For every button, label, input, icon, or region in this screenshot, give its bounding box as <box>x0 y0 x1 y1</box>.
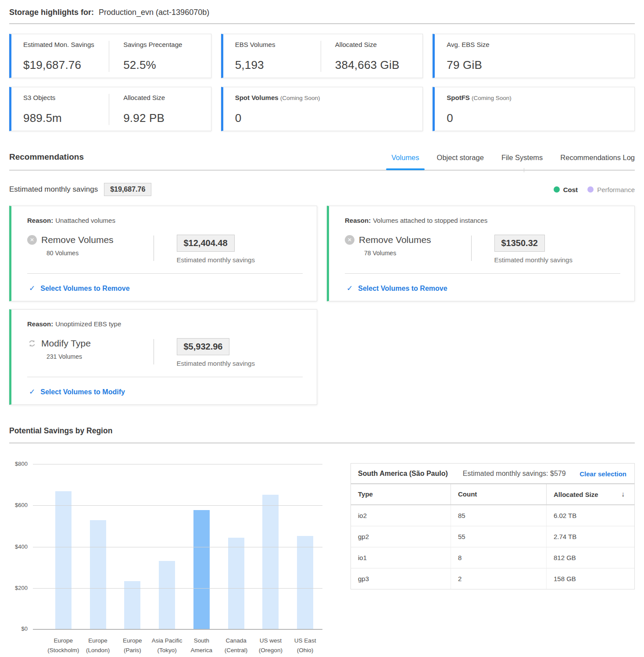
remove-circle-icon: ✕ <box>27 235 37 245</box>
action-title: Remove Volumes <box>41 235 114 245</box>
volume-count: 80 Volumes <box>47 250 154 257</box>
card-rule <box>27 273 303 274</box>
stat-label: Avg. EBS Size <box>447 41 626 48</box>
recommendations-tabs: Volumes Object storage File Systems Reco… <box>391 154 635 170</box>
gridline-0: $0 <box>33 629 322 630</box>
stat-card-ebs-volumes: EBS Volumes 5,193 Allocated Size 384,663… <box>221 34 423 78</box>
gridline-400: $400 <box>33 547 322 547</box>
table-header-row: Type Count Allocated Size ↓ <box>351 484 634 505</box>
savings-amount-badge: $1350.32 <box>494 235 545 252</box>
stat-label: Allocated Size <box>123 94 202 101</box>
reason-line: Reason:Unattached volumes <box>27 217 303 224</box>
legend: Cost Performance <box>554 186 635 193</box>
table-row[interactable]: gp2 55 2.74 TB <box>351 526 634 547</box>
table-region-title: South America (São Paulo) <box>358 470 448 478</box>
check-icon: ✓ <box>29 387 35 396</box>
stat-label: EBS Volumes <box>235 41 321 48</box>
coming-soon-label: (Coming Soon) <box>472 95 512 101</box>
xlabel-4: South America(São Paulo) <box>184 636 219 657</box>
bar-europe-london-[interactable] <box>90 520 106 630</box>
xlabel-0: Europe(Stockholm) <box>46 636 81 657</box>
stat-value: 384,663 GiB <box>335 58 414 72</box>
savings-summary-row: Estimated monthly savings $19,687.76 Cos… <box>9 183 635 196</box>
title-divider <box>9 23 635 24</box>
column-header-allocated-size[interactable]: Allocated Size ↓ <box>546 484 634 504</box>
column-header-type[interactable]: Type <box>351 484 451 504</box>
tab-file-systems[interactable]: File Systems <box>501 154 543 170</box>
account-name: Production_evn (act-1396070b) <box>99 8 209 17</box>
stat-card-s3-objects: S3 Objects 989.5m Allocated Size 9.92 PB <box>9 87 211 131</box>
chart-heading: Potential Savings by Region <box>9 426 635 436</box>
recommendation-cards: Reason:Unattached volumes ✕ Remove Volum… <box>9 206 635 405</box>
stat-label: Allocated Size <box>335 41 414 48</box>
action-title: Modify Type <box>41 338 91 349</box>
stat-label: Savings Precentage <box>123 41 202 48</box>
page-title: Storage highlights for: Production_evn (… <box>9 8 635 17</box>
ytick-label: $200 <box>15 585 28 591</box>
modify-type-icon <box>27 339 37 348</box>
xlabel-1: Europe(London) <box>81 636 115 657</box>
stat-label: SpotFS (Coming Soon) <box>447 94 626 101</box>
coming-soon-label: (Coming Soon) <box>280 95 320 101</box>
stat-label: Estimated Mon. Savings <box>23 41 109 48</box>
bar-europe-paris-[interactable] <box>124 581 140 630</box>
reason-line: Reason:Volumes attached to stopped insta… <box>345 217 620 224</box>
table-row[interactable]: io1 8 812 GB <box>351 547 634 568</box>
clear-selection-link[interactable]: Clear selection <box>580 470 626 478</box>
sort-descending-icon[interactable]: ↓ <box>621 490 625 498</box>
stat-card-spotfs: SpotFS (Coming Soon) 0 <box>433 87 635 131</box>
stat-card-avg-ebs-size: Avg. EBS Size 79 GiB <box>433 34 635 78</box>
legend-label: Cost <box>563 186 578 193</box>
card-rule <box>345 273 620 274</box>
tab-recommendations-log[interactable]: Recommendations Log <box>560 154 635 170</box>
recommendations-header: Recommendations Volumes Object storage F… <box>9 152 635 170</box>
bar-asia-pacific-tokyo-[interactable] <box>159 561 175 630</box>
xlabel-2: Europe(Paris) <box>115 636 150 657</box>
bar-us-east-ohio-[interactable] <box>297 536 313 630</box>
card-rule <box>27 377 303 377</box>
cost-dot-icon <box>554 186 560 193</box>
xlabel-5: Canada(Central) <box>219 636 254 657</box>
check-icon: ✓ <box>347 284 353 293</box>
bar-europe-stockholm-[interactable] <box>55 491 72 630</box>
recommendations-heading: Recommendations <box>9 152 84 170</box>
table-row[interactable]: gp3 2 158 GB <box>351 568 634 589</box>
ytick-label: $0 <box>21 625 28 632</box>
select-volumes-to-remove-link[interactable]: ✓ Select Volumes to Remove <box>347 284 620 293</box>
stat-label: S3 Objects <box>23 94 109 101</box>
stat-card-spot-volumes: Spot Volumes (Coming Soon) 0 <box>221 87 423 131</box>
legend-item-performance: Performance <box>587 186 635 193</box>
tab-object-storage[interactable]: Object storage <box>437 154 484 170</box>
summary-label: Estimated monthly savings <box>9 185 98 194</box>
reason-line: Reason:Unoptimized EBS type <box>27 320 303 328</box>
column-header-count[interactable]: Count <box>451 484 546 504</box>
savings-caption: Estimated monthly savings <box>494 256 621 264</box>
tabs-divider <box>9 170 635 171</box>
tab-volumes[interactable]: Volumes <box>391 154 419 170</box>
xlabel-7: US East(Ohio) <box>288 636 322 657</box>
legend-label: Performance <box>597 186 635 193</box>
summary-value-badge: $19,687.76 <box>104 183 151 196</box>
stat-label: Spot Volumes (Coming Soon) <box>235 94 414 101</box>
volume-count: 231 Volumes <box>47 353 154 360</box>
table-row[interactable]: io2 85 6.02 TB <box>351 505 634 526</box>
ytick-label: $600 <box>15 502 28 508</box>
gridline-600: $600 <box>33 505 322 506</box>
bar-canada-central-[interactable] <box>228 538 244 630</box>
stat-value: 5,193 <box>235 58 321 72</box>
rec-card-stopped-instances: Reason:Volumes attached to stopped insta… <box>327 206 635 301</box>
bar-us-west-oregon-[interactable] <box>262 495 279 630</box>
bar-south-america-s-o-paulo-[interactable] <box>193 510 210 630</box>
select-volumes-to-remove-link[interactable]: ✓ Select Volumes to Remove <box>29 284 303 293</box>
ytick-label: $400 <box>15 543 28 550</box>
stat-card-monthly-savings: Estimated Mon. Savings $19,687.76 Saving… <box>9 34 211 78</box>
gridline-800: $800 <box>33 464 322 464</box>
savings-caption: Estimated monthly savings <box>177 256 303 264</box>
stat-value: 989.5m <box>23 111 109 125</box>
select-volumes-to-modify-link[interactable]: ✓ Select Volumes to Modify <box>29 387 303 396</box>
rec-card-unoptimized-ebs: Reason:Unoptimized EBS type Mo <box>9 309 317 405</box>
xlabel-6: US west(Oregon) <box>254 636 288 657</box>
chart-plot: $0$200$400$600$800 <box>33 451 322 630</box>
storage-highlights: Estimated Mon. Savings $19,687.76 Saving… <box>9 34 635 131</box>
savings-amount-badge: $5,932.96 <box>177 338 230 355</box>
